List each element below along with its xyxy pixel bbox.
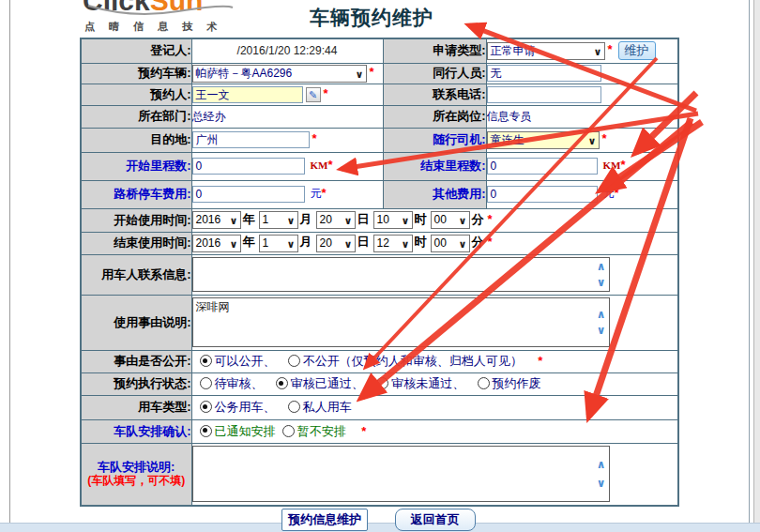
required-asterisk: *	[322, 186, 327, 200]
required-asterisk: *	[324, 86, 328, 100]
usage-reason-text: 深啡网	[196, 300, 230, 313]
phone-input[interactable]	[487, 86, 601, 103]
scroll-down-icon[interactable]: ∨	[597, 479, 606, 488]
scroll-up-icon[interactable]: ∧	[597, 262, 606, 271]
submit-reservation-button[interactable]: 预约信息维护	[281, 509, 368, 531]
page-right-gutter	[753, 0, 760, 532]
end-hour-select[interactable]: 12∨	[373, 235, 413, 252]
radio-label: 不公开（仅预约人和审核、归档人可见）	[303, 354, 523, 368]
label-use-type: 用车类型:	[81, 395, 191, 419]
back-home-button[interactable]: 返回首页	[395, 509, 476, 531]
radio-status-approved[interactable]	[276, 377, 288, 389]
label-registrant: 登记人:	[81, 38, 191, 63]
unit-hour: 时	[415, 235, 427, 249]
start-year-value: 2016	[196, 213, 221, 226]
department-value: 总经办	[192, 110, 226, 123]
driver-select[interactable]: 童连生∨	[487, 131, 600, 149]
radio-label: 暂不安排	[297, 424, 346, 438]
unit-km: KM	[311, 160, 328, 171]
chevron-down-icon: ∨	[287, 236, 296, 251]
reservation-form-table: 登记人: /2016/1/20 12:29:44 申请类型: 正常申请∨*维护 …	[80, 38, 679, 507]
maintain-button[interactable]: 维护	[618, 41, 656, 60]
radio-status-rejected[interactable]	[376, 377, 388, 389]
start-minute-select[interactable]: 00∨	[431, 211, 470, 229]
radio-use-business[interactable]	[200, 401, 212, 413]
end-day-select[interactable]: 20∨	[316, 235, 356, 252]
end-year-select[interactable]: 2016∨	[192, 235, 241, 252]
label-destination: 目的地:	[81, 128, 191, 152]
toll-fee-input[interactable]: 0	[192, 186, 305, 203]
radio-public-yes[interactable]	[200, 355, 212, 367]
start-mileage-input[interactable]: 0	[192, 158, 305, 175]
radio-fleet-not-arranged[interactable]	[282, 425, 295, 437]
radio-public-no[interactable]	[288, 355, 300, 367]
label-usage-reason: 使用事由说明:	[81, 295, 191, 350]
label-position: 所在岗位:	[383, 105, 486, 128]
chevron-down-icon: ∨	[459, 236, 467, 251]
chevron-down-icon: ∨	[402, 236, 410, 251]
apply-type-value: 正常申请	[491, 44, 536, 57]
scroll-up-icon[interactable]: ∧	[597, 460, 606, 469]
page-right-border	[749, 0, 750, 532]
companions-input[interactable]: 无	[487, 65, 601, 82]
radio-status-pending[interactable]	[200, 377, 212, 389]
radio-label: 审核未通过、	[391, 376, 464, 390]
radio-fleet-notified[interactable]	[200, 425, 212, 437]
fleet-note-textarea[interactable]: ∧ ∨	[192, 446, 610, 502]
radio-label: 审核已通过、	[291, 376, 364, 390]
end-mileage-input[interactable]: 0	[487, 158, 598, 175]
label-apply-type: 申请类型:	[383, 38, 486, 63]
clicksun-logo: ClickSun 点 晴 信 息 技 术	[83, 0, 242, 34]
start-month-value: 1	[263, 213, 269, 226]
unit-yuan: 元	[603, 187, 615, 200]
required-asterisk: *	[312, 131, 317, 145]
label-fleet-note: 车队安排说明:	[82, 460, 191, 474]
start-day-value: 20	[320, 213, 332, 226]
label-department: 所在部门:	[81, 105, 191, 128]
radio-label: 私人用车	[303, 400, 352, 414]
start-hour-select[interactable]: 10∨	[373, 211, 413, 229]
required-asterisk: *	[608, 42, 613, 56]
label-companions: 同行人员:	[383, 63, 486, 84]
radio-use-private[interactable]	[288, 401, 300, 413]
logo-tagline: 点 晴 信 息 技 术	[84, 20, 222, 34]
apply-type-select[interactable]: 正常申请∨	[487, 42, 605, 60]
unit-yuan: 元	[311, 187, 322, 200]
chevron-down-icon: ∨	[344, 236, 353, 251]
radio-label: 预约作废	[493, 376, 541, 390]
radio-label: 公务用车、	[215, 400, 276, 414]
person-picker-icon[interactable]: ✎	[306, 87, 321, 102]
scroll-down-icon[interactable]: ∨	[597, 326, 606, 335]
label-user-contact: 用车人联系信息:	[81, 254, 191, 295]
radio-status-voided[interactable]	[478, 377, 490, 389]
vehicle-select[interactable]: 帕萨特－粤AA6296∨	[192, 65, 367, 83]
chevron-down-icon: ∨	[356, 67, 364, 82]
other-fee-input[interactable]: 0	[487, 186, 598, 203]
scroll-down-icon[interactable]: ∨	[597, 278, 606, 287]
chevron-down-icon: ∨	[402, 213, 410, 228]
destination-input[interactable]: 广州	[192, 131, 310, 148]
scroll-up-icon[interactable]: ∧	[597, 310, 606, 319]
label-phone: 联系电话:	[383, 84, 486, 105]
start-year-select[interactable]: 2016∨	[192, 211, 241, 229]
label-reason-public: 事由是否公开:	[81, 350, 191, 372]
end-minute-select[interactable]: 00∨	[431, 235, 470, 252]
end-month-select[interactable]: 1∨	[259, 235, 298, 252]
end-hour-value: 12	[377, 236, 389, 250]
user-contact-textarea[interactable]: ∧ ∨	[192, 257, 610, 292]
reserver-input[interactable]: 王一文	[192, 86, 303, 103]
unit-day: 日	[357, 212, 370, 226]
start-day-select[interactable]: 20∨	[316, 211, 356, 229]
required-asterisk: *	[620, 158, 625, 172]
page-left-border	[9, 0, 10, 532]
label-fleet-note-hint: (车队填写，可不填)	[82, 474, 191, 488]
usage-reason-textarea[interactable]: 深啡网 ∧ ∨	[192, 297, 610, 347]
start-month-select[interactable]: 1∨	[259, 211, 298, 229]
registrant-value: /2016/1/20 12:29:44	[237, 44, 338, 57]
position-value: 信息专员	[487, 110, 532, 123]
required-asterisk: *	[488, 212, 493, 226]
label-start-mileage: 开始里程数:	[81, 152, 191, 180]
unit-minute: 分	[472, 212, 484, 226]
end-year-value: 2016	[196, 236, 221, 250]
chevron-down-icon: ∨	[594, 44, 602, 59]
